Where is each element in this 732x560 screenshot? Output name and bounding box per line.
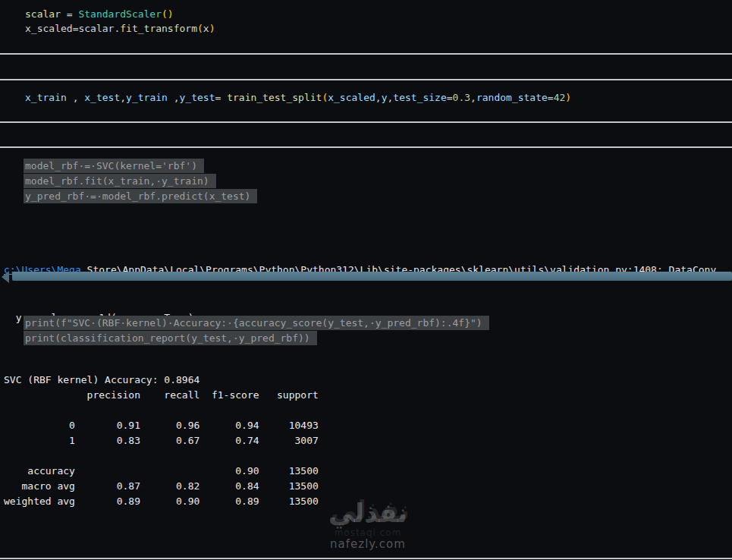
code-token[interactable]: random_state [476, 92, 548, 103]
code-token[interactable]: ) [209, 23, 215, 34]
classification-report: SVC (RBF kernel) Accuracy: 0.8964 precis… [4, 373, 319, 509]
watermark: نفذلي mostaql.com nafezly.com [306, 498, 430, 551]
code-line[interactable]: scalar = StandardScaler() [25, 7, 215, 21]
code-cell-1[interactable]: scalar = StandardScaler()x_scaled=scalar… [25, 7, 215, 36]
code-token[interactable]: scalar [25, 8, 61, 20]
code-token[interactable]: , [174, 92, 180, 103]
code-cell-3[interactable]: model_rbf·=·SVC(kernel='rbf')model_rbf.f… [25, 159, 257, 204]
code-token[interactable]: , [470, 92, 476, 103]
code-token[interactable]: () [162, 8, 174, 20]
selected-text[interactable]: print(classification_report(y_test,·y_pr… [24, 331, 317, 345]
scroll-left-arrow-icon[interactable] [2, 271, 9, 283]
code-token[interactable]: x_scaled [328, 92, 375, 103]
watermark-site: nafezly.com [306, 538, 430, 551]
watermark-arabic-text: نفذلي [306, 498, 430, 528]
code-token[interactable]: x_scaled [25, 23, 73, 34]
code-cell-2[interactable]: x_train , x_test,y_train ,y_test= train_… [25, 90, 571, 105]
code-token[interactable]: = [447, 92, 453, 103]
cell-divider [0, 121, 732, 123]
code-token[interactable]: y_test [180, 92, 215, 103]
selected-code-line[interactable]: print(f"SVC·(RBF·kernel)·Accuracy:·{accu… [25, 316, 489, 331]
code-token[interactable]: x_test [84, 92, 120, 103]
code-token[interactable]: y [382, 92, 388, 103]
selected-code-line[interactable]: model_rbf.fit(x_train,·y_train) [25, 174, 257, 189]
code-token[interactable]: , [375, 92, 382, 103]
bottom-divider [0, 558, 732, 559]
cell-divider [0, 146, 732, 148]
cell-divider [0, 79, 732, 80]
selected-text[interactable]: model_rbf·=·SVC(kernel='rbf') [24, 159, 204, 173]
notebook-screen: scalar = StandardScaler()x_scaled=scalar… [0, 0, 732, 560]
code-token[interactable]: x_train [25, 92, 73, 103]
code-token[interactable]: , [120, 92, 126, 103]
selected-code-line[interactable]: y_pred_rbf·=·model_rbf.predict(x_test) [25, 189, 257, 204]
selected-code-line[interactable]: model_rbf·=·SVC(kernel='rbf') [25, 159, 257, 174]
code-token[interactable]: train_test_split [227, 92, 322, 103]
code-token[interactable]: 42 [554, 92, 566, 103]
cell-divider [0, 53, 732, 55]
code-token[interactable]: scalar [78, 23, 114, 34]
code-token[interactable]: = [61, 8, 78, 20]
code-token[interactable]: y_train [126, 92, 174, 103]
horizontal-scrollbar[interactable] [12, 272, 732, 281]
code-token[interactable]: 0.3 [453, 92, 470, 103]
code-token[interactable]: , [73, 92, 85, 103]
code-token[interactable]: = [548, 92, 554, 103]
code-cell-4[interactable]: print(f"SVC·(RBF·kernel)·Accuracy:·{accu… [25, 316, 489, 346]
code-token[interactable]: ( [197, 23, 203, 34]
selected-text[interactable]: model_rbf.fit(x_train,·y_train) [24, 174, 216, 188]
selected-code-line[interactable]: print(classification_report(y_test,·y_pr… [25, 331, 489, 346]
code-line[interactable]: x_scaled=scalar.fit_transform(x) [25, 21, 215, 36]
selected-text[interactable]: y_pred_rbf·=·model_rbf.predict(x_test) [24, 189, 257, 203]
code-token[interactable]: test_size [393, 92, 446, 103]
selected-text[interactable]: print(f"SVC·(RBF·kernel)·Accuracy:·{accu… [24, 316, 489, 330]
code-line[interactable]: x_train , x_test,y_train ,y_test= train_… [25, 90, 571, 105]
code-token[interactable]: x [203, 23, 209, 34]
code-token[interactable]: fit_transform [120, 23, 197, 34]
code-token[interactable]: ) [565, 92, 571, 103]
code-token[interactable]: StandardScaler [78, 8, 162, 20]
code-token[interactable]: = [215, 92, 228, 103]
